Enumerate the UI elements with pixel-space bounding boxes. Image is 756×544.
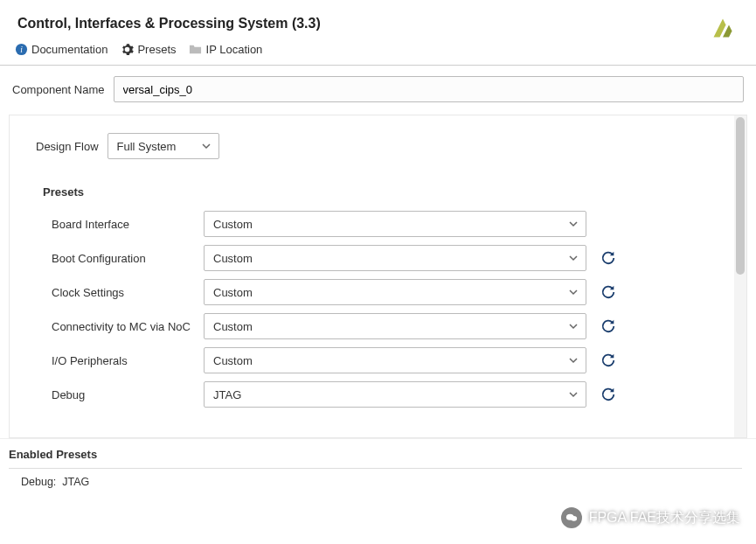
enabled-preset-label: Debug: (21, 476, 56, 488)
select-value: Custom (213, 320, 253, 333)
documentation-label: Documentation (31, 43, 108, 56)
refresh-icon (600, 318, 616, 334)
svg-point-3 (571, 516, 577, 521)
toolbar: i Documentation Presets IP Location (0, 42, 756, 66)
documentation-link[interactable]: i Documentation (14, 42, 108, 56)
preset-row-clock-settings: Clock Settings Custom (52, 279, 720, 305)
refresh-button[interactable] (599, 317, 618, 336)
select-value: Custom (213, 286, 253, 299)
design-flow-label: Design Flow (36, 140, 99, 153)
select-value: JTAG (213, 388, 241, 401)
refresh-icon (600, 387, 616, 402)
preset-row-boot-configuration: Boot Configuration Custom (52, 245, 720, 271)
select-value: Custom (213, 218, 253, 231)
preset-row-connectivity-noc: Connectivity to MC via NoC Custom (52, 313, 720, 339)
scrollbar-thumb[interactable] (736, 117, 745, 275)
refresh-button[interactable] (599, 385, 618, 404)
refresh-button[interactable] (599, 248, 618, 268)
preset-label: Connectivity to MC via NoC (52, 320, 204, 333)
design-flow-value: Full System (117, 140, 177, 153)
gear-icon (120, 42, 134, 56)
enabled-preset-item: Debug: JTAG (9, 469, 742, 488)
preset-label: Boot Configuration (52, 252, 204, 265)
chevron-down-icon (568, 321, 579, 331)
folder-icon (189, 42, 203, 56)
page-header: Control, Interfaces & Processing System … (0, 0, 756, 42)
svg-text:i: i (20, 45, 23, 54)
select-value: Custom (213, 252, 253, 265)
debug-select[interactable]: JTAG (204, 381, 586, 408)
xilinx-logo-icon (711, 16, 735, 40)
component-name-label: Component Name (12, 83, 105, 96)
board-interface-select[interactable]: Custom (204, 211, 586, 237)
enabled-presets-section: Enabled Presets Debug: JTAG (0, 438, 756, 488)
io-peripherals-select[interactable]: Custom (204, 347, 586, 373)
ip-location-label: IP Location (206, 43, 263, 56)
refresh-icon (600, 352, 616, 368)
refresh-button[interactable] (599, 351, 618, 370)
design-flow-row: Design Flow Full System (36, 133, 720, 159)
preset-label: Board Interface (52, 218, 204, 231)
chevron-down-icon (568, 253, 579, 263)
scrollbar[interactable] (734, 115, 746, 437)
chevron-down-icon (568, 287, 579, 297)
info-icon: i (14, 42, 28, 56)
chevron-down-icon (201, 141, 212, 151)
preset-row-board-interface: Board Interface Custom (52, 211, 720, 237)
wechat-icon (561, 507, 582, 528)
refresh-button[interactable] (599, 282, 618, 302)
design-flow-select[interactable]: Full System (108, 133, 219, 159)
refresh-icon (600, 250, 616, 266)
select-value: Custom (213, 354, 253, 367)
enabled-preset-value: JTAG (62, 476, 89, 488)
chevron-down-icon (568, 355, 579, 366)
presets-label: Presets (137, 43, 176, 56)
presets-heading: Presets (43, 185, 720, 199)
preset-label: Clock Settings (52, 286, 204, 299)
watermark: FPGA FAE技术分享选集 (561, 507, 740, 528)
chevron-down-icon (568, 389, 579, 400)
refresh-icon (600, 284, 616, 300)
chevron-down-icon (568, 219, 579, 229)
enabled-presets-heading: Enabled Presets (9, 443, 742, 469)
connectivity-noc-select[interactable]: Custom (204, 313, 586, 339)
page-title: Control, Interfaces & Processing System … (17, 16, 739, 31)
presets-link[interactable]: Presets (120, 42, 176, 56)
preset-label: I/O Peripherals (52, 354, 204, 367)
preset-row-io-peripherals: I/O Peripherals Custom (52, 347, 720, 373)
preset-label: Debug (52, 388, 204, 401)
component-name-row: Component Name (0, 66, 756, 115)
component-name-input[interactable] (114, 76, 745, 102)
preset-row-debug: Debug JTAG (52, 381, 720, 408)
ip-location-link[interactable]: IP Location (189, 42, 263, 56)
clock-settings-select[interactable]: Custom (204, 279, 586, 305)
config-panel: Design Flow Full System Presets Board In… (9, 115, 747, 438)
watermark-text: FPGA FAE技术分享选集 (589, 509, 740, 527)
boot-configuration-select[interactable]: Custom (204, 245, 586, 271)
